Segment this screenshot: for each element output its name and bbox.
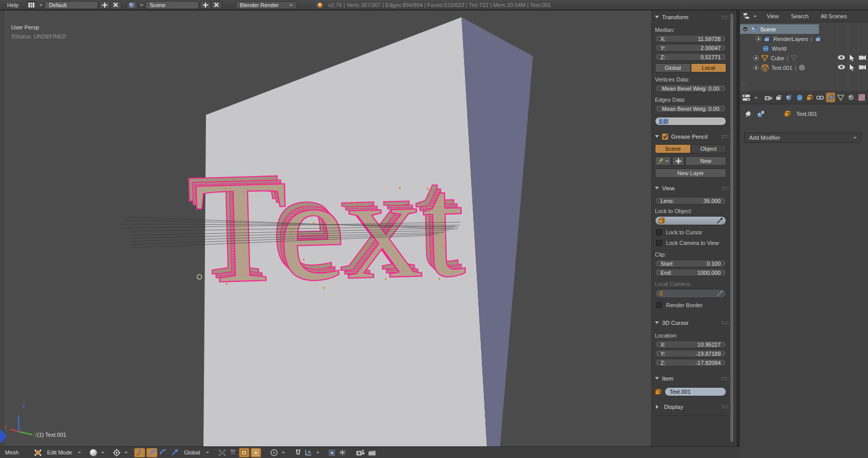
mesh-menu[interactable]: Mesh: [0, 449, 24, 455]
3d-viewport-canvas[interactable]: Text Text Text: [0, 11, 651, 446]
outliner-view-menu[interactable]: View: [761, 13, 785, 19]
layout-browse-arrows[interactable]: [39, 3, 43, 8]
clip-start-slider[interactable]: Start: 0.100: [655, 260, 726, 267]
snap-arrows[interactable]: [316, 450, 319, 455]
render-engine-select[interactable]: Blender Render: [235, 1, 297, 9]
3d-viewport[interactable]: Text Text Text: [0, 11, 651, 446]
shading-arrows[interactable]: [101, 450, 104, 455]
tab-constraints[interactable]: [816, 93, 824, 102]
scene-name-field[interactable]: Scene: [145, 1, 199, 9]
tab-object[interactable]: [805, 93, 814, 102]
outliner-row-world[interactable]: World: [762, 44, 787, 53]
vertex-select-button[interactable]: [218, 448, 227, 457]
gp-new-button[interactable]: New: [685, 156, 726, 165]
cursor-y-slider[interactable]: Y: -19.87189: [655, 350, 726, 357]
opengl-render-button[interactable]: [355, 448, 366, 457]
tab-scene[interactable]: [785, 93, 794, 102]
panel-grip-handle[interactable]: [721, 186, 728, 190]
tab-texture[interactable]: [857, 93, 866, 102]
proportional-edit-button[interactable]: [269, 448, 279, 457]
snap-toggle-button[interactable]: [294, 448, 303, 457]
screen-layout-icon[interactable]: [26, 1, 37, 9]
delete-scene-button[interactable]: [211, 1, 222, 9]
add-layout-button[interactable]: [99, 1, 110, 9]
orientation-arrows[interactable]: [205, 450, 209, 455]
checkbox-icon[interactable]: [656, 240, 662, 246]
visibility-eye-icon[interactable]: [838, 64, 845, 70]
lens-slider[interactable]: Lens: 35.000: [655, 197, 726, 204]
scene-browse-icon[interactable]: [127, 1, 138, 9]
translate-manipulator-button[interactable]: [146, 448, 157, 457]
pivot-arrows[interactable]: [124, 450, 128, 455]
outliner-row-text001[interactable]: Text.001 |: [753, 63, 868, 72]
gp-object-button[interactable]: Object: [691, 144, 727, 153]
gp-add-button[interactable]: [672, 156, 684, 165]
view-panel-header[interactable]: View: [653, 184, 728, 192]
tab-render-layers[interactable]: [774, 93, 783, 102]
region-corner-handle[interactable]: [740, 90, 748, 98]
snap-element-button[interactable]: [304, 448, 313, 457]
edge-slide-snap-button[interactable]: [327, 448, 337, 457]
lock-to-cursor-row[interactable]: Lock to Cursor: [656, 229, 726, 235]
renderability-camera-icon[interactable]: [859, 55, 866, 60]
median-z-slider[interactable]: Z: 0.51771: [655, 53, 726, 61]
pivot-point-button[interactable]: [112, 448, 121, 457]
gizmo-extra-button[interactable]: [338, 448, 347, 457]
vertex-bevel-weight-slider[interactable]: Mean Bevel Weig: 0.00: [655, 85, 726, 92]
panel-grip-handle[interactable]: [721, 377, 728, 381]
cursor-x-slider[interactable]: X: 10.95227: [655, 341, 726, 348]
grease-pencil-panel-header[interactable]: Grease Pencil: [653, 132, 728, 141]
render-border-row[interactable]: Render Border: [656, 302, 726, 308]
outliner-editor-icon[interactable]: [743, 13, 751, 20]
viewport-shading-button[interactable]: [89, 448, 98, 457]
selectability-cursor-icon[interactable]: [849, 55, 855, 61]
rotate-manipulator-button[interactable]: [158, 448, 169, 457]
tab-world[interactable]: [795, 93, 804, 102]
gp-draw-button[interactable]: [655, 156, 671, 165]
checkbox-icon[interactable]: [656, 229, 662, 235]
local-button[interactable]: Local: [691, 63, 727, 72]
proportional-arrows[interactable]: [281, 450, 285, 455]
opengl-render-anim-button[interactable]: [367, 448, 377, 457]
scale-manipulator-button[interactable]: [170, 448, 180, 457]
npanel-scrollbar[interactable]: [730, 14, 733, 442]
panel-grip-handle[interactable]: [721, 15, 728, 19]
orientation-select[interactable]: Global: [180, 448, 203, 457]
global-button[interactable]: Global: [655, 63, 691, 72]
add-modifier-dropdown[interactable]: Add Modifier: [744, 133, 861, 143]
tab-material[interactable]: [847, 93, 855, 102]
median-x-slider[interactable]: X: 11.59728: [655, 35, 726, 43]
editor-type-arrows[interactable]: [754, 95, 757, 100]
scrollbar-thumb[interactable]: [730, 14, 733, 442]
object-name-field[interactable]: Text.001: [665, 387, 726, 396]
manipulator-toggle-button[interactable]: [134, 448, 145, 457]
mode-select[interactable]: Edit Mode: [44, 448, 76, 457]
edge-select-button[interactable]: [228, 448, 238, 457]
checkbox-icon[interactable]: [656, 302, 662, 308]
outliner-row-renderlayers[interactable]: RenderLayers |: [756, 34, 822, 44]
panel-grip-handle[interactable]: [721, 135, 728, 139]
cursor-z-slider[interactable]: Z: -17.82094: [655, 359, 726, 366]
region-gutter[interactable]: [736, 11, 740, 458]
selectability-cursor-icon[interactable]: [849, 64, 855, 71]
tab-modifiers[interactable]: [826, 93, 835, 102]
tab-object-data[interactable]: [837, 93, 845, 102]
text-mesh-object[interactable]: Text Text Text: [185, 136, 468, 314]
median-y-slider[interactable]: Y: 2.00047: [655, 44, 726, 52]
outliner-search-menu[interactable]: Search: [785, 13, 815, 19]
expand-plus-icon[interactable]: [753, 65, 759, 70]
mode-select-arrows[interactable]: [77, 450, 81, 455]
edge-bevel-weight-slider[interactable]: Mean Bevel Weig: 0.00: [655, 105, 726, 112]
collapse-minus-icon[interactable]: [742, 26, 748, 32]
transform-panel-header[interactable]: Transform: [653, 13, 728, 21]
limit-to-visible-button[interactable]: [251, 448, 261, 457]
gp-new-layer-button[interactable]: New Layer: [655, 169, 726, 178]
value-edit-field[interactable]: 1.0: [655, 117, 726, 126]
3d-cursor-panel-header[interactable]: 3D Cursor: [653, 318, 728, 327]
delete-layout-button[interactable]: [110, 1, 121, 9]
pin-icon[interactable]: [745, 110, 752, 117]
display-panel-header[interactable]: Display: [653, 402, 728, 411]
outliner-row-cube[interactable]: Cube |: [753, 53, 868, 63]
screen-layout-field[interactable]: Default: [45, 1, 98, 9]
expand-plus-icon[interactable]: [756, 36, 761, 41]
